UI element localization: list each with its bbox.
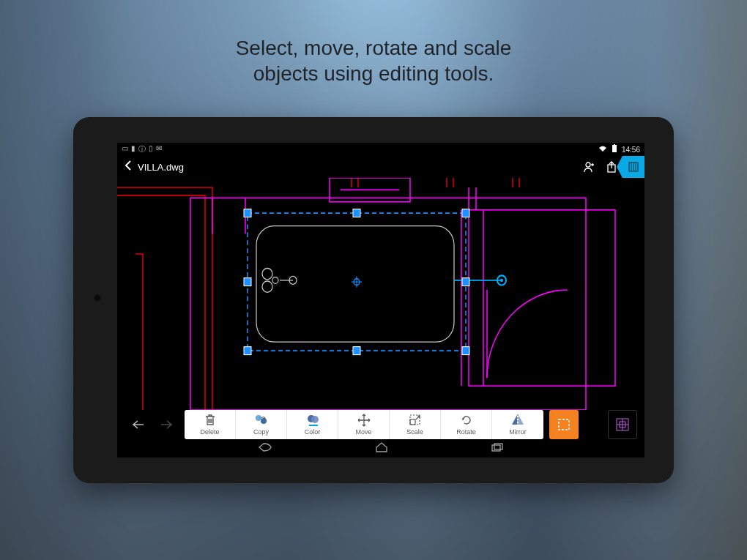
add-user-button[interactable] xyxy=(579,156,601,178)
tablet-frame: ▭ ▮ ⓘ ▯ ✉ 14:56 VILLA.dwg xyxy=(73,117,674,483)
drawing-svg xyxy=(117,178,644,410)
undo-button[interactable] xyxy=(124,410,152,439)
tool-label: Rotate xyxy=(456,428,476,436)
svg-point-38 xyxy=(256,415,261,421)
svg-rect-33 xyxy=(244,278,251,286)
status-time: 14:56 xyxy=(622,146,640,154)
device-screen: ▭ ▮ ⓘ ▯ ✉ 14:56 VILLA.dwg xyxy=(117,143,644,458)
svg-rect-29 xyxy=(244,347,251,355)
svg-rect-27 xyxy=(244,209,251,217)
svg-rect-8 xyxy=(190,198,586,410)
svg-rect-28 xyxy=(462,209,469,217)
cad-canvas[interactable] xyxy=(117,178,644,410)
svg-rect-43 xyxy=(410,419,415,425)
color-tool[interactable]: Color xyxy=(287,410,338,439)
svg-rect-13 xyxy=(469,210,615,386)
layers-panel-button[interactable] xyxy=(622,156,644,178)
svg-rect-31 xyxy=(353,209,360,217)
color-icon xyxy=(305,414,320,427)
tool-label: Copy xyxy=(253,428,269,436)
copy-tool[interactable]: Copy xyxy=(236,410,287,439)
tool-label: Color xyxy=(305,428,321,436)
android-home-button[interactable] xyxy=(375,442,388,455)
svg-point-2 xyxy=(586,163,590,167)
tool-label: Move xyxy=(355,428,371,436)
copy-icon xyxy=(254,414,269,427)
svg-point-41 xyxy=(311,416,319,423)
file-name: VILLA.dwg xyxy=(138,162,184,173)
move-icon xyxy=(357,414,371,427)
tool-panel: Delete Copy xyxy=(185,410,543,439)
delete-tool[interactable]: Delete xyxy=(185,410,236,439)
redo-button[interactable] xyxy=(152,410,180,439)
editing-toolbar: Delete Copy xyxy=(117,410,644,439)
android-recents-button[interactable] xyxy=(491,442,504,455)
move-tool[interactable]: Move xyxy=(338,410,390,439)
svg-point-39 xyxy=(261,418,267,424)
svg-rect-17 xyxy=(256,226,454,343)
status-icon: ▮ xyxy=(131,144,135,154)
selection-mode-button[interactable] xyxy=(549,410,579,439)
tool-label: Mirror xyxy=(509,428,527,436)
status-left-icons: ▭ ▮ ⓘ ▯ ✉ xyxy=(122,144,162,154)
svg-point-20 xyxy=(272,277,278,284)
selection-icon xyxy=(557,417,571,432)
svg-rect-30 xyxy=(462,347,469,355)
app-bar: VILLA.dwg xyxy=(117,156,644,178)
back-button[interactable] xyxy=(122,160,135,173)
android-back-button[interactable] xyxy=(258,442,272,455)
svg-point-25 xyxy=(500,279,503,282)
svg-rect-42 xyxy=(309,425,318,426)
marketing-line-1: Select, move, rotate and scale xyxy=(0,35,747,61)
grid-icon xyxy=(615,417,630,432)
svg-rect-52 xyxy=(494,444,502,449)
svg-rect-51 xyxy=(492,445,500,451)
svg-rect-32 xyxy=(353,347,360,355)
rotate-icon xyxy=(460,414,473,427)
marketing-line-2: objects using editing tools. xyxy=(0,61,747,86)
android-nav-bar xyxy=(117,439,644,458)
tablet-camera xyxy=(94,294,101,302)
app-bar-actions xyxy=(579,156,644,178)
status-bar: ▭ ▮ ⓘ ▯ ✉ 14:56 xyxy=(117,143,644,156)
grid-snap-button[interactable] xyxy=(608,410,637,439)
tool-label: Delete xyxy=(200,428,219,436)
mirror-tool[interactable]: Mirror xyxy=(492,410,543,439)
wifi-icon xyxy=(598,145,607,154)
svg-rect-0 xyxy=(612,145,617,152)
status-icon: ▯ xyxy=(149,144,153,154)
tool-label: Scale xyxy=(406,428,423,436)
rotate-tool[interactable]: Rotate xyxy=(441,410,492,439)
svg-rect-46 xyxy=(559,419,569,430)
svg-point-18 xyxy=(262,269,272,280)
scale-tool[interactable]: Scale xyxy=(390,410,441,439)
marketing-caption: Select, move, rotate and scale objects u… xyxy=(0,35,747,86)
battery-icon xyxy=(612,144,617,154)
svg-point-19 xyxy=(262,281,272,292)
svg-rect-1 xyxy=(614,144,615,145)
scale-icon xyxy=(409,414,422,427)
svg-rect-34 xyxy=(462,278,469,286)
mirror-icon xyxy=(510,414,525,427)
status-right: 14:56 xyxy=(598,144,640,154)
status-icon: ▭ xyxy=(122,144,128,154)
selection-center-icon[interactable] xyxy=(352,276,362,287)
status-icon: ⓘ xyxy=(138,144,146,154)
trash-icon xyxy=(204,414,217,427)
status-icon: ✉ xyxy=(156,144,162,154)
